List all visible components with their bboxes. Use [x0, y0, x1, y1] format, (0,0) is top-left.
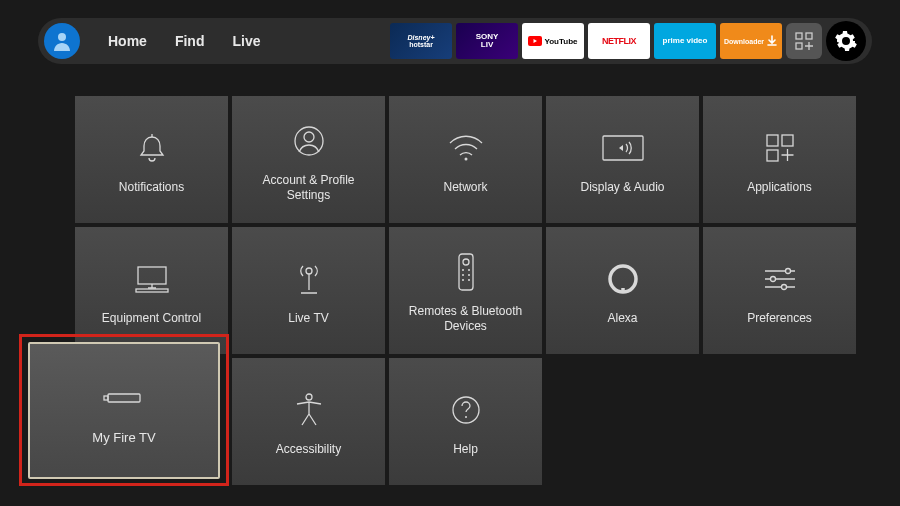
svg-point-24 [785, 269, 790, 274]
top-nav-bar: Home Find Live Disney+hotstar SONYLIV Yo… [38, 18, 872, 64]
tile-label: Accessibility [268, 442, 349, 457]
alexa-icon [607, 255, 639, 303]
accessibility-icon [294, 386, 324, 434]
tile-label: Help [445, 442, 486, 457]
svg-rect-2 [796, 33, 802, 39]
tile-network[interactable]: Network [389, 96, 542, 223]
svg-point-18 [468, 269, 470, 271]
tile-label: Alexa [599, 311, 645, 326]
antenna-icon [293, 255, 325, 303]
app-netflix[interactable]: NETFLIX [588, 23, 650, 59]
bell-icon [135, 124, 169, 172]
nav-links: Home Find Live [108, 33, 260, 49]
account-icon [292, 117, 326, 165]
app-downloader[interactable]: Downloader [720, 23, 782, 59]
svg-point-20 [468, 274, 470, 276]
tile-applications[interactable]: Applications [703, 96, 856, 223]
gear-icon [834, 29, 858, 53]
svg-rect-10 [782, 135, 793, 146]
tile-my-fire-tv[interactable]: My Fire TV [28, 342, 220, 479]
help-icon [450, 386, 482, 434]
svg-point-17 [462, 269, 464, 271]
nav-find[interactable]: Find [175, 33, 205, 49]
tile-label: Equipment Control [94, 311, 209, 326]
svg-rect-31 [104, 396, 108, 400]
tile-alexa[interactable]: Alexa [546, 227, 699, 354]
nav-home[interactable]: Home [108, 33, 147, 49]
tile-display-audio[interactable]: Display & Audio [546, 96, 699, 223]
sliders-icon [762, 255, 798, 303]
settings-button[interactable] [826, 21, 866, 61]
tile-account-profile[interactable]: Account & Profile Settings [232, 96, 385, 223]
tile-label: Live TV [280, 311, 336, 326]
svg-point-7 [464, 158, 467, 161]
tile-label: Applications [739, 180, 820, 195]
tile-label: Preferences [739, 311, 820, 326]
applications-icon [764, 124, 796, 172]
svg-point-21 [462, 279, 464, 281]
remote-icon [457, 248, 475, 296]
tile-label: Network [435, 180, 495, 195]
display-audio-icon [601, 124, 645, 172]
app-shortcuts: Disney+hotstar SONYLIV YouTube NETFLIX p… [390, 21, 866, 61]
svg-point-19 [462, 274, 464, 276]
tile-label: My Fire TV [84, 430, 163, 446]
tile-live-tv[interactable]: Live TV [232, 227, 385, 354]
tile-label: Remotes & Bluetooth Devices [389, 304, 542, 334]
app-prime-video[interactable]: prime video [654, 23, 716, 59]
apps-grid-icon [794, 31, 814, 51]
nav-live[interactable]: Live [232, 33, 260, 49]
profile-icon [50, 29, 74, 53]
tile-label: Display & Audio [572, 180, 672, 195]
app-sony-liv[interactable]: SONYLIV [456, 23, 518, 59]
svg-point-28 [453, 397, 479, 423]
svg-rect-4 [796, 43, 802, 49]
svg-point-29 [465, 416, 467, 418]
svg-point-6 [304, 132, 314, 142]
svg-rect-11 [767, 150, 778, 161]
profile-button[interactable] [44, 23, 80, 59]
svg-point-25 [770, 277, 775, 282]
download-icon [766, 35, 778, 47]
tile-accessibility[interactable]: Accessibility [232, 358, 385, 485]
svg-point-22 [468, 279, 470, 281]
wifi-icon [447, 124, 485, 172]
svg-rect-9 [767, 135, 778, 146]
svg-point-14 [306, 268, 312, 274]
svg-point-27 [306, 394, 312, 400]
tile-notifications[interactable]: Notifications [75, 96, 228, 223]
svg-rect-3 [806, 33, 812, 39]
youtube-icon [528, 36, 542, 46]
apps-grid-button[interactable] [786, 23, 822, 59]
svg-rect-13 [136, 289, 168, 292]
app-youtube[interactable]: YouTube [522, 23, 584, 59]
tile-preferences[interactable]: Preferences [703, 227, 856, 354]
tile-equipment-control[interactable]: Equipment Control [75, 227, 228, 354]
fire-tv-stick-icon [102, 374, 146, 422]
tile-label: Account & Profile Settings [232, 173, 385, 203]
tile-help[interactable]: Help [389, 358, 542, 485]
equipment-icon [133, 255, 171, 303]
app-disney-hotstar[interactable]: Disney+hotstar [390, 23, 452, 59]
svg-point-16 [463, 259, 469, 265]
svg-rect-30 [108, 394, 140, 402]
svg-point-0 [58, 33, 66, 41]
tile-remotes-bluetooth[interactable]: Remotes & Bluetooth Devices [389, 227, 542, 354]
tile-label: Notifications [111, 180, 192, 195]
svg-point-26 [781, 285, 786, 290]
svg-rect-12 [138, 267, 166, 284]
